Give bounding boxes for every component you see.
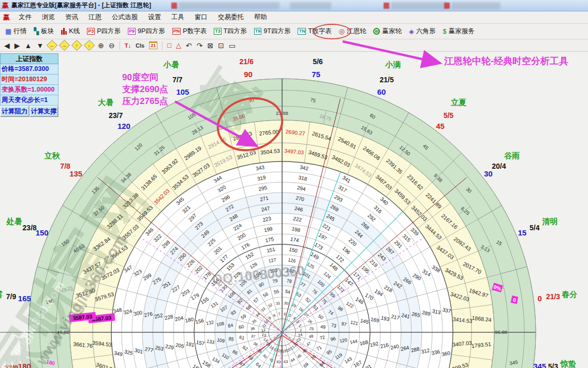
t-updown-icon[interactable]: T↓ (125, 41, 131, 50)
svg-text:5/6: 5/6 (313, 57, 323, 66)
menu-item-4[interactable]: 公式选股 (107, 11, 142, 23)
shrink-icon[interactable]: ⊡ (218, 41, 224, 50)
menu-item-5[interactable]: 设置 (143, 11, 166, 23)
svg-text:43: 43 (283, 359, 288, 364)
pan-up-icon[interactable]: ↑ (71, 40, 82, 51)
svg-text:49: 49 (320, 324, 326, 330)
toolbar-separator (162, 41, 163, 50)
toolbar-button-9P四方形[interactable]: P99P四方形 (128, 27, 165, 36)
zoom-in-icon[interactable]: ⊕ (98, 41, 104, 50)
pan-down-icon[interactable]: ↓ (84, 40, 95, 51)
menu-item-9[interactable]: 帮助 (249, 11, 272, 23)
toolbar-label: 赢家服务 (449, 27, 475, 36)
blurred-tab (451, 2, 501, 9)
menu-item-7[interactable]: 窗口 (190, 11, 212, 23)
svg-text:清明: 清明 (541, 217, 557, 226)
pan-left-icon[interactable]: ← (47, 40, 57, 51)
9p-square-icon: P9 (128, 28, 136, 35)
svg-text:73: 73 (331, 322, 337, 329)
svg-text:42: 42 (276, 359, 281, 364)
toolbar-button-江恩轮[interactable]: ◎江恩轮 (339, 27, 366, 36)
svg-text:30: 30 (284, 301, 289, 306)
toolbar-button-T数字表[interactable]: TNT数字表 (298, 27, 331, 36)
secondary-toolbar: ◀▶▲▼←→↑↓⊕⊖T↓Cls21□△↶↷⊠⊡▭ (0, 39, 588, 52)
rotate-ccw-icon[interactable]: ↶ (186, 41, 192, 50)
toolbar-label: P数字表 (183, 27, 207, 36)
svg-text:20/4: 20/4 (492, 162, 506, 170)
cls-button[interactable]: Cls (136, 41, 144, 50)
zoom-out-icon[interactable]: ⊖ (109, 41, 115, 50)
projector-icon[interactable]: ▭ (229, 41, 236, 50)
toolbar-label: K线 (69, 27, 80, 36)
svg-text:37: 37 (251, 334, 256, 339)
blurred-tab-icon (384, 3, 389, 9)
p-square-icon: P3 (87, 28, 95, 35)
svg-text:75: 75 (310, 97, 316, 104)
panel-buttons: 计算阻力计算支撑 (0, 106, 58, 117)
toolbar-label: 赢家轮 (382, 27, 402, 36)
nav-down-icon[interactable]: ▼ (36, 41, 43, 50)
t-square-icon: T3 (214, 28, 222, 35)
svg-text:21/5: 21/5 (379, 76, 393, 84)
svg-text:105: 105 (176, 87, 189, 96)
quote-table-icon: ▦ (5, 28, 11, 35)
service-icon: $ (443, 28, 446, 35)
toolbar-button-P四方形[interactable]: P3P四方形 (87, 27, 121, 36)
blurred-tab (391, 2, 448, 9)
menu-item-1[interactable]: 浏览 (37, 11, 60, 23)
nav-right-icon[interactable]: ▶ (14, 41, 20, 50)
svg-text:30: 30 (484, 169, 493, 178)
svg-text:24: 24 (298, 332, 303, 337)
draw-triangle-icon[interactable]: △ (176, 41, 181, 50)
pan-right-icon[interactable]: → (59, 40, 70, 51)
panel-title: 上证指数 (0, 53, 58, 64)
t-digit-icon: TN (298, 28, 306, 35)
panel-row-2: 变换系数=1.00000 (0, 85, 58, 95)
svg-text:23/7: 23/7 (109, 111, 123, 120)
svg-text:54: 54 (285, 289, 291, 295)
svg-text:白露: 白露 (0, 290, 3, 299)
toolbar-label: 9P四方形 (138, 27, 165, 36)
nav-left-icon[interactable]: ◀ (4, 41, 10, 50)
draw-square-icon[interactable]: □ (167, 41, 171, 50)
svg-text:谷雨: 谷雨 (504, 151, 520, 160)
svg-text:135: 135 (69, 169, 82, 178)
svg-text:60: 60 (238, 324, 244, 330)
toolbar-button-9T四方形[interactable]: T99T四方形 (254, 27, 291, 36)
blocks-icon: ▚ (34, 28, 39, 35)
blurred-tab-icon (444, 3, 450, 9)
window-title: 赢家江恩专业版[赢家服务平台] - [上证指数 江恩轮] (11, 1, 151, 10)
toolbar-button-赢家轮[interactable]: Bi赢家轮 (373, 27, 402, 36)
svg-text:立夏: 立夏 (450, 98, 466, 107)
toolbar-button-行情[interactable]: ▦行情 (5, 27, 26, 36)
svg-text:0: 0 (538, 294, 542, 303)
menu-item-2[interactable]: 资讯 (61, 11, 83, 23)
gann-wheel-icon: ◎ (339, 28, 345, 35)
nav-up-icon[interactable]: ▲ (25, 41, 32, 50)
svg-text:处暑: 处暑 (6, 217, 22, 226)
calc-support-button[interactable]: 计算支撑 (30, 106, 59, 117)
menu-item-3[interactable]: 江恩 (84, 11, 106, 23)
toolbar-button-六角形[interactable]: ◈六角形 (409, 27, 436, 36)
toolbar-button-K线[interactable]: K线 (61, 27, 80, 36)
svg-text:85: 85 (228, 336, 234, 342)
rotate-cw-icon[interactable]: ↷ (197, 41, 203, 50)
calendar-icon[interactable]: 21 (149, 41, 157, 49)
svg-text:春分: 春分 (561, 290, 577, 299)
calc-resistance-button[interactable]: 计算阻力 (0, 106, 30, 117)
toolbar-label: T四方形 (224, 27, 247, 36)
expand-icon[interactable]: ⊠ (207, 41, 213, 50)
menu-item-8[interactable]: 交易委托 (213, 11, 248, 23)
toolbar-button-P数字表[interactable]: PNP数字表 (172, 27, 207, 36)
menu-item-6[interactable]: 工具 (167, 11, 189, 23)
toolbar-button-板块[interactable]: ▚板块 (34, 27, 54, 36)
svg-text:21/6: 21/6 (239, 57, 253, 66)
toolbar-button-T四方形[interactable]: T3T四方形 (214, 27, 247, 36)
svg-text:120: 120 (117, 122, 130, 130)
svg-text:15: 15 (518, 228, 526, 237)
svg-text:97: 97 (341, 321, 347, 327)
menu-item-0[interactable]: 文件 (14, 11, 36, 23)
svg-text:大暑: 大暑 (98, 98, 113, 107)
svg-text:7/8: 7/8 (60, 162, 70, 170)
toolbar-button-赢家服务[interactable]: $赢家服务 (443, 27, 474, 36)
